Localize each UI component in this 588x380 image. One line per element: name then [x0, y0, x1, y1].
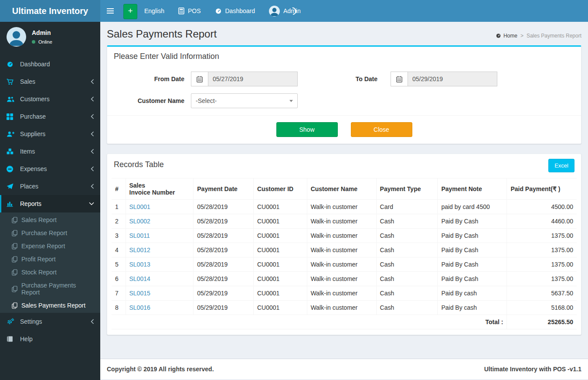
submenu-profit-report[interactable]: Profit Report [0, 253, 100, 266]
excel-export-button[interactable]: Excel [548, 159, 574, 172]
sidebar-toggle-button[interactable] [100, 0, 120, 22]
sidebar-item-suppliers[interactable]: Suppliers [0, 125, 100, 143]
invoice-link[interactable]: SL0011 [129, 232, 150, 239]
table-row: 8 SL0016 05/29/2019 CU0001 Walk-in custo… [112, 301, 577, 315]
chevron-left-icon [91, 79, 94, 84]
sidebar-item-help[interactable]: Help [0, 330, 100, 348]
paid-payment-cell: 1375.00 [507, 229, 577, 243]
page-title: Sales Payments Report [107, 28, 217, 40]
payment-note-cell: Paid By Cash [438, 214, 507, 229]
invoice-link[interactable]: SL0015 [129, 290, 150, 297]
calendar-icon[interactable] [391, 72, 408, 86]
paid-payment-cell: 4460.00 [507, 214, 577, 229]
language-label: English [144, 7, 164, 14]
payment-note-cell: paid by card 4500 [438, 200, 507, 214]
invoice-link[interactable]: SL0012 [129, 246, 150, 253]
payment-note-cell: Paid By cash [438, 301, 507, 315]
brand-logo[interactable]: Ultimate Inventory [0, 0, 100, 22]
submenu-sales-payments-report[interactable]: Sales Payments Report [0, 299, 100, 312]
book-icon [7, 336, 17, 342]
sidebar-item-places[interactable]: Places [0, 178, 100, 195]
payment-note-cell: Paid By Cash [438, 229, 507, 243]
customer-name-cell: Walk-in customer [307, 229, 376, 243]
users-icon [7, 96, 17, 102]
col-index: # [112, 178, 126, 200]
sidebar-item-items[interactable]: Items [0, 143, 100, 160]
sidebar-item-expenses[interactable]: Expenses [0, 160, 100, 178]
copyright-text: Copyright © 2019 All rights reserved. [107, 366, 214, 373]
sidebar-item-purchase[interactable]: Purchase [0, 108, 100, 125]
speedometer-icon [7, 61, 17, 68]
payment-type-cell: Cash [376, 286, 438, 301]
table-row: 3 SL0011 05/28/2019 CU0001 Walk-in custo… [112, 229, 577, 243]
quick-add-button[interactable]: + [123, 4, 137, 19]
submenu-expense-report[interactable]: Expense Report [0, 240, 100, 253]
total-value: 25265.50 [507, 315, 577, 329]
show-button[interactable]: Show [276, 122, 338, 137]
sidebar-item-settings[interactable]: Settings [0, 313, 100, 330]
customer-select-value: -Select- [196, 97, 217, 104]
payment-note-cell: Paid By cash [438, 286, 507, 301]
submenu-sales-report[interactable]: Sales Report [0, 213, 100, 226]
table-row: 2 SL0002 05/28/2019 CU0001 Walk-in custo… [112, 214, 577, 229]
table-row: 6 SL0014 05/28/2019 CU0001 Walk-in custo… [112, 272, 577, 286]
sidebar-item-dashboard[interactable]: Dashboard [0, 55, 100, 73]
sidebar-avatar [7, 27, 26, 47]
close-button[interactable]: Close [351, 122, 412, 137]
content-area: Sales Payments Report Home > Sales Payme… [100, 22, 588, 359]
row-index: 2 [112, 214, 126, 229]
submenu-purchase-payments-report[interactable]: Purchase Payments Report [0, 279, 100, 299]
paper-plane-icon [7, 183, 17, 189]
row-index: 3 [112, 229, 126, 243]
col-payment-date: Payment Date [194, 178, 254, 200]
dashboard-link[interactable]: Dashboard [208, 0, 262, 22]
copy-icon [12, 302, 17, 309]
customer-id-cell: CU0001 [253, 272, 307, 286]
invoice-link[interactable]: SL0014 [129, 275, 150, 282]
table-row: 1 SL0001 05/28/2019 CU0001 Walk-in custo… [112, 200, 577, 214]
customer-name-cell: Walk-in customer [307, 257, 376, 272]
invoice-link[interactable]: SL0002 [129, 218, 150, 225]
col-customer-name: Customer Name [307, 178, 376, 200]
invoice-link[interactable]: SL0001 [129, 203, 150, 210]
calendar-icon[interactable] [191, 72, 208, 86]
submenu-purchase-report[interactable]: Purchase Report [0, 226, 100, 240]
navbar-menu: English POS Dashboard Admin [137, 0, 308, 22]
version-text: Ultimate Inventory with POS -v1.1 [484, 366, 581, 373]
menu-icon [107, 8, 114, 14]
customer-name-cell: Walk-in customer [307, 272, 376, 286]
language-menu[interactable]: English [137, 0, 171, 22]
submenu-stock-report[interactable]: Stock Report [0, 266, 100, 279]
invoice-link[interactable]: SL0016 [129, 304, 150, 311]
payment-date-cell: 05/28/2019 [194, 200, 254, 214]
online-label: Online [38, 39, 52, 45]
from-date-input[interactable] [208, 72, 298, 86]
pos-link[interactable]: POS [171, 0, 208, 22]
invoice-link[interactable]: SL0013 [129, 261, 150, 268]
chevron-left-icon [91, 149, 94, 154]
cart-icon [7, 79, 17, 85]
gears-icon [7, 318, 17, 325]
plus-icon: + [128, 6, 133, 15]
payment-date-cell: 05/28/2019 [194, 257, 254, 272]
user-menu[interactable]: Admin [262, 0, 308, 22]
filter-panel: Please Enter Valid Information From Date… [107, 45, 581, 144]
pos-label: POS [188, 7, 201, 14]
customer-name-cell: Walk-in customer [307, 243, 376, 257]
from-date-group [191, 72, 298, 86]
breadcrumb-home[interactable]: Home [496, 33, 517, 39]
col-customer-id: Customer ID [253, 178, 307, 200]
total-label: Total : [438, 315, 507, 329]
dashboard-label: Dashboard [225, 7, 255, 14]
sidebar-item-customers[interactable]: Customers [0, 90, 100, 108]
payment-type-cell: Cash [376, 272, 438, 286]
user-plus-icon [7, 131, 17, 137]
sidebar: Admin Online Dashboard Sales Customers [0, 22, 100, 380]
payment-date-cell: 05/28/2019 [194, 229, 254, 243]
customer-name-cell: Walk-in customer [307, 214, 376, 229]
to-date-input[interactable] [408, 72, 497, 86]
sidebar-item-reports[interactable]: Reports [0, 195, 100, 212]
payment-date-cell: 05/29/2019 [194, 301, 254, 315]
sidebar-item-sales[interactable]: Sales [0, 73, 100, 90]
customer-select[interactable]: -Select- [191, 93, 298, 108]
